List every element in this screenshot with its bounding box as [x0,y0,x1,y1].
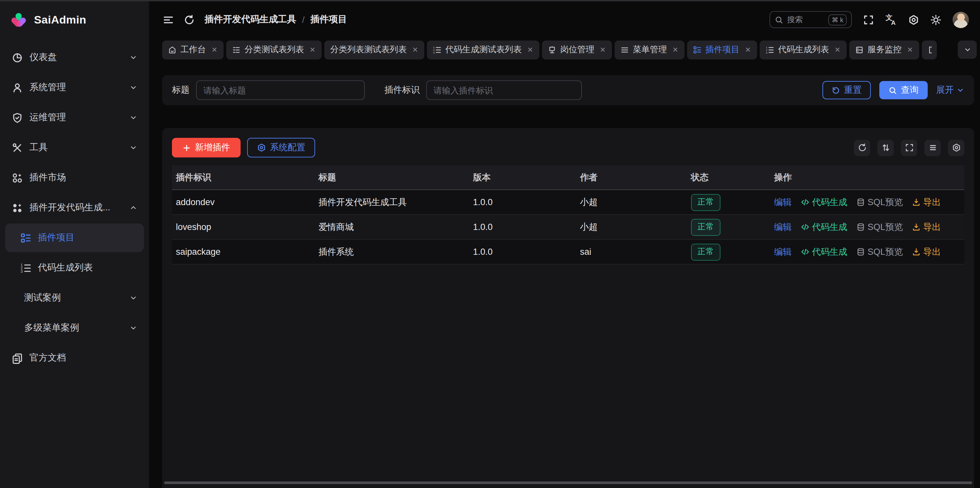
sidebar-item-test-cases[interactable]: 测试案例 [5,284,144,312]
export-link[interactable]: 导出 [912,221,941,233]
close-icon[interactable] [907,46,913,53]
plugin-id-filter-input[interactable] [426,80,582,100]
svg-text:3: 3 [21,269,22,273]
codegen-link[interactable]: 代码生成 [801,221,847,233]
tab-codegen-list[interactable]: 123 代码生成列表 [760,40,846,59]
reset-button[interactable]: 重置 [822,81,871,99]
app-window: SaiAdmin 仪表盘 系统管理 运维管理 [0,0,980,488]
filter-card: 标题 插件标识 重置 查询 展开 [162,75,974,105]
density-button[interactable] [924,139,941,156]
sidebar-item-plugin-dev-group[interactable]: 插件开发代码生成... [5,193,144,222]
search-shortcut-badge: ⌘ k [828,14,846,25]
pie-chart-icon [12,52,23,63]
gear-icon [257,143,266,152]
user-avatar[interactable] [953,11,969,28]
sidebar-item-ops[interactable]: 运维管理 [5,103,144,132]
title-filter-input[interactable] [196,80,365,100]
tab-plugin-project[interactable]: 插件项目 [687,40,757,59]
main-area: 插件开发代码生成工具 / 插件项目 搜索 ⌘ k 文A [149,0,980,488]
refresh-table-button[interactable] [854,139,870,156]
tab-codegen-test[interactable]: 123 代码生成测试表列表 [427,40,539,59]
settings-icon[interactable] [908,14,919,25]
server-icon [855,45,864,54]
plugin-market-icon [12,172,23,183]
fullscreen-icon[interactable] [863,14,874,25]
codegen-link[interactable]: 代码生成 [801,196,847,208]
plugin-dev-icon [12,202,23,213]
tab-service-monitor[interactable]: 服务监控 [849,40,919,59]
export-link[interactable]: 导出 [912,246,941,258]
cell-author: 小超 [576,215,687,239]
sidebar-item-label: 插件开发代码生成... [29,202,123,214]
sidebar-item-dashboard[interactable]: 仪表盘 [5,43,144,72]
sidebar-item-codegen-list[interactable]: 123 代码生成列表 [5,254,144,282]
sidebar-item-label: 官方文档 [29,352,137,364]
theme-sun-icon[interactable] [930,14,942,25]
svg-text:3: 3 [766,51,767,54]
tab-category-list-test[interactable]: 分类列表测试表列表 [324,40,424,59]
close-icon[interactable] [309,46,316,53]
sql-preview-link[interactable]: SQL预览 [856,246,903,258]
close-icon[interactable] [211,46,218,53]
sidebar-item-docs[interactable]: 官方文档 [5,344,144,372]
download-icon [912,223,921,231]
expand-toggle[interactable]: 展开 [936,84,964,96]
tab-label: 岗位管理 [560,44,594,55]
close-icon[interactable] [412,46,418,53]
edit-link[interactable]: 编辑 [774,246,792,258]
sidebar-item-plugin-project[interactable]: 插件项目 [5,223,144,252]
sidebar-item-label: 运维管理 [29,112,123,124]
menu-fold-icon[interactable] [163,14,174,25]
search-input[interactable]: 搜索 ⌘ k [770,11,852,28]
tab-label: 分类测试表列表 [245,44,304,55]
export-label: 导出 [923,196,941,208]
tab-overflow-clipped[interactable] [922,40,937,59]
fullscreen-table-button[interactable] [901,139,917,156]
sidebar-item-label: 系统管理 [29,82,123,93]
chevron-down-icon [129,144,137,152]
layout-list-icon [20,232,31,243]
sidebar-item-tools[interactable]: 工具 [5,133,144,162]
close-icon[interactable] [745,46,751,53]
plus-icon [182,143,191,152]
language-icon[interactable]: 文A [885,14,897,25]
codegen-label: 代码生成 [812,221,847,233]
list-icon [232,45,240,54]
sidebar-item-multilevel-menu[interactable]: 多级菜单案例 [5,314,144,342]
plugin-id-filter-label: 插件标识 [384,84,420,96]
tab-category-test[interactable]: 分类测试表列表 [226,40,321,59]
clipped-tab-icon [928,45,936,54]
close-icon[interactable] [672,46,679,53]
sql-preview-link[interactable]: SQL预览 [856,221,903,233]
tab-list-dropdown-button[interactable] [958,41,977,59]
edit-label: 编辑 [774,221,792,233]
edit-link[interactable]: 编辑 [774,196,792,208]
tab-workbench[interactable]: 工作台 [162,40,224,59]
sort-button[interactable] [877,139,894,156]
tab-menu-mgmt[interactable]: 菜单管理 [614,40,684,59]
status-badge: 正常 [691,243,721,260]
codegen-link[interactable]: 代码生成 [801,246,847,258]
refresh-icon[interactable] [184,14,195,25]
sql-preview-link[interactable]: SQL预览 [856,196,903,208]
add-plugin-button[interactable]: 新增插件 [172,138,240,157]
close-icon[interactable] [834,46,841,53]
export-link[interactable]: 导出 [912,196,941,208]
sidebar-item-plugin-market[interactable]: 插件市场 [5,163,144,192]
export-label: 导出 [923,221,941,233]
close-icon[interactable] [527,46,533,53]
sql-preview-label: SQL预览 [867,221,903,233]
sidebar-item-system[interactable]: 系统管理 [5,73,144,102]
svg-text:A: A [891,19,896,25]
breadcrumb-parent[interactable]: 插件开发代码生成工具 [205,14,296,25]
search-button[interactable]: 查询 [879,81,928,99]
close-icon[interactable] [600,46,606,53]
menu-lines-icon [620,45,629,54]
sql-preview-label: SQL预览 [867,196,903,208]
code-icon [801,198,809,206]
system-config-button[interactable]: 系统配置 [247,138,315,157]
horizontal-scrollbar[interactable] [164,482,972,484]
column-settings-button[interactable] [948,139,964,156]
tab-post-mgmt[interactable]: 岗位管理 [542,40,612,59]
edit-link[interactable]: 编辑 [774,221,792,233]
